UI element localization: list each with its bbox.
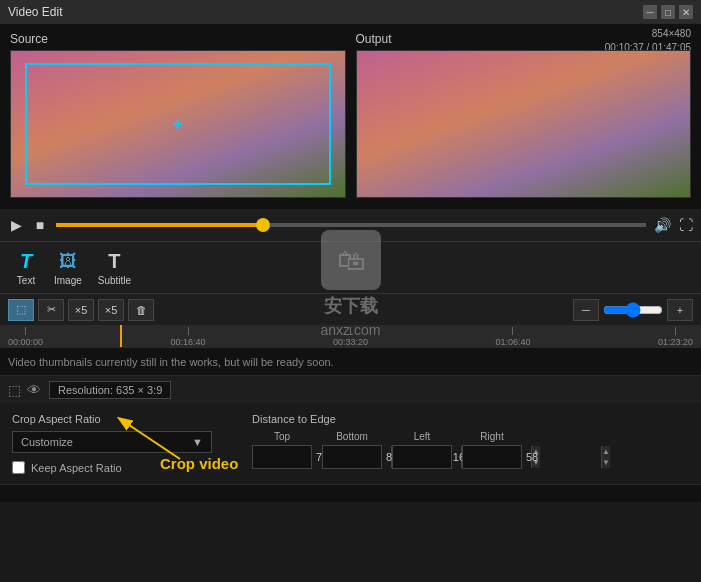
playback-slider[interactable] [56, 223, 646, 227]
ruler-mark-0: 00:00:00 [8, 327, 43, 347]
playback-thumb[interactable] [256, 218, 270, 232]
close-button[interactable]: ✕ [679, 5, 693, 19]
delete-button[interactable]: 🗑 [128, 299, 154, 321]
fullscreen-icon[interactable]: ⛶ [679, 217, 693, 233]
distance-to-edge-section: Distance to Edge Top ▲ ▼ Bottom ▲ [252, 413, 689, 474]
image-tool-label: Image [54, 275, 82, 286]
minimize-button[interactable]: ─ [643, 5, 657, 19]
zoom-slider[interactable] [603, 302, 663, 318]
volume-icon[interactable]: 🔊 [654, 217, 671, 233]
toolbar: T Text 🖼 Image T Subtitle [0, 241, 701, 293]
video-resolution: 854×480 [605, 27, 691, 41]
text-tool[interactable]: T Text [8, 245, 44, 290]
ruler-mark-3: 01:06:40 [495, 327, 530, 347]
title-bar: Video Edit ─ □ ✕ [0, 0, 701, 24]
ruler-mark-4: 01:23:20 [658, 327, 693, 347]
resolution-icons: ⬚ 👁 [8, 382, 41, 398]
stop-button[interactable]: ■ [32, 217, 48, 233]
text-tool-icon: T [14, 249, 38, 273]
crop-aspect-value: Customize [21, 436, 73, 448]
left-spinner[interactable]: ▲ ▼ [392, 445, 452, 469]
playhead [120, 325, 122, 347]
crop-overlay[interactable]: + [25, 63, 331, 185]
ruler-marks: 00:00:00 00:16:40 00:33:20 01:06:40 01:2… [0, 325, 701, 347]
zoom-controls: ─ + [573, 299, 693, 321]
ruler-time-4: 01:23:20 [658, 337, 693, 347]
top-spinner[interactable]: ▲ ▼ [252, 445, 312, 469]
output-preview-box[interactable] [356, 50, 692, 198]
eye-icon[interactable]: 👁 [27, 382, 41, 398]
left-field: Left ▲ ▼ [392, 431, 452, 469]
bottom-field: Bottom ▲ ▼ [322, 431, 382, 469]
subtitle-tool[interactable]: T Subtitle [92, 245, 137, 290]
ruler-time-0: 00:00:00 [8, 337, 43, 347]
right-label: Right [480, 431, 503, 442]
keep-aspect-label: Keep Aspect Ratio [31, 462, 122, 474]
right-value[interactable] [463, 451, 601, 463]
image-tool-icon: 🖼 [56, 249, 80, 273]
subtitle-tool-icon: T [102, 249, 126, 273]
crop-controls-area: Crop Aspect Ratio Customize ▼ Keep Aspec… [0, 403, 701, 484]
resolution-value: Resolution: 635 × 3:9 [49, 381, 171, 399]
speed1-button[interactable]: ×5 [68, 299, 94, 321]
right-field: Right ▲ ▼ [462, 431, 522, 469]
zoom-in-button[interactable]: + [667, 299, 693, 321]
right-up-button[interactable]: ▲ [601, 446, 610, 457]
image-tool[interactable]: 🖼 Image [48, 245, 88, 290]
window-controls: ─ □ ✕ [643, 5, 693, 19]
distance-fields: Top ▲ ▼ Bottom ▲ ▼ [252, 431, 689, 469]
crop-aspect-dropdown[interactable]: Customize ▼ [12, 431, 212, 453]
video-thumbnail-strip: Video thumbnails currently still in the … [0, 347, 701, 375]
playback-bar: ▶ ■ 🔊 ⛶ [0, 209, 701, 241]
keep-aspect-checkbox[interactable] [12, 461, 25, 474]
app-title: Video Edit [8, 5, 63, 19]
right-down-button[interactable]: ▼ [601, 457, 610, 468]
ruler-mark-2: 00:33:20 [333, 327, 368, 347]
crop-aspect-label: Crop Aspect Ratio [12, 413, 232, 425]
bottom-label: Bottom [336, 431, 368, 442]
subtitle-tool-label: Subtitle [98, 275, 131, 286]
distance-edge-label: Distance to Edge [252, 413, 689, 425]
ruler-time-3: 01:06:40 [495, 337, 530, 347]
output-panel: Output 854×480 00:10:37 / 01:47:05 [356, 32, 692, 203]
crop-center-icon: + [172, 114, 183, 135]
output-label: Output [356, 32, 392, 46]
crop-aspect-section: Crop Aspect Ratio Customize ▼ Keep Aspec… [12, 413, 232, 474]
timeline-controls: ⬚ ✂ ×5 ×5 🗑 ─ + [0, 293, 701, 325]
ruler-time-2: 00:33:20 [333, 337, 368, 347]
ruler-mark-1: 00:16:40 [170, 327, 205, 347]
crop-tool-button[interactable]: ⬚ [8, 299, 34, 321]
thumbnail-message: Video thumbnails currently still in the … [8, 356, 334, 368]
source-video-frame: + [11, 51, 345, 197]
top-label: Top [274, 431, 290, 442]
left-label: Left [414, 431, 431, 442]
scissor-tool-button[interactable]: ✂ [38, 299, 64, 321]
source-preview-box[interactable]: + [10, 50, 346, 198]
ruler-time-1: 00:16:40 [170, 337, 205, 347]
output-video-frame [357, 51, 691, 197]
source-panel: Source + [10, 32, 346, 203]
top-field: Top ▲ ▼ [252, 431, 312, 469]
bottom-bar [0, 484, 701, 502]
maximize-button[interactable]: □ [661, 5, 675, 19]
zoom-out-button[interactable]: ─ [573, 299, 599, 321]
right-spinner[interactable]: ▲ ▼ [462, 445, 522, 469]
timeline-ruler[interactable]: 00:00:00 00:16:40 00:33:20 01:06:40 01:2… [0, 325, 701, 347]
play-button[interactable]: ▶ [8, 217, 24, 233]
speed2-button[interactable]: ×5 [98, 299, 124, 321]
resolution-bar: ⬚ 👁 Resolution: 635 × 3:9 [0, 375, 701, 403]
previews-area: Source + Output 854×480 00:10:37 / 01:47… [0, 24, 701, 209]
keep-aspect-row: Keep Aspect Ratio [12, 461, 232, 474]
source-label: Source [10, 32, 346, 46]
bottom-spinner[interactable]: ▲ ▼ [322, 445, 382, 469]
text-tool-label: Text [17, 275, 35, 286]
dropdown-arrow-icon: ▼ [192, 436, 203, 448]
crop-res-icon[interactable]: ⬚ [8, 382, 21, 398]
